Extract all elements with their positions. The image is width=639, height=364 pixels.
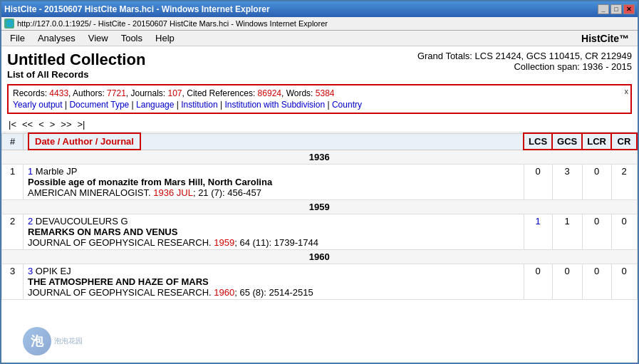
menu-items: File Analyses View Tools Help xyxy=(4,31,180,45)
record-num-1: 1 xyxy=(2,165,24,200)
title-bar: HistCite - 20150607 HistCite Mars.hci - … xyxy=(1,1,638,17)
record-title-2: REMARKS ON MARS AND VENUS xyxy=(28,227,519,237)
record-author-name-3: OPIK EJ xyxy=(36,266,71,276)
col-lcr: LCR xyxy=(582,133,611,150)
records-label: Records: xyxy=(13,88,49,98)
page-last[interactable]: >| xyxy=(76,119,87,130)
journals-label: Journals: xyxy=(130,88,167,98)
menu-help[interactable]: Help xyxy=(150,31,180,45)
menu-analyses[interactable]: Analyses xyxy=(32,31,81,45)
record-journal-1: AMERICAN MINERALOGIST. 1936 JUL; 21 (7):… xyxy=(28,187,519,198)
col-main: Date / Author / Journal xyxy=(24,133,524,150)
maximize-button[interactable]: □ xyxy=(611,4,622,14)
record-num-3: 3 xyxy=(2,264,24,300)
journals-link[interactable]: 107 xyxy=(168,88,182,98)
record-id-link-2[interactable]: 2 xyxy=(28,216,33,227)
col-cr: CR xyxy=(611,133,637,150)
table-row: 3 3 OPIK EJ THE ATMOSPHERE AND HAZE OF M… xyxy=(2,264,638,300)
record-author-3: 3 OPIK EJ xyxy=(28,266,519,276)
menu-view[interactable]: View xyxy=(83,31,114,45)
document-type-link[interactable]: Document Type xyxy=(69,100,129,110)
address-text: http://127.0.0.1:1925/ - HistCite - 2015… xyxy=(17,19,328,28)
window-controls[interactable]: _ □ ✕ xyxy=(598,4,635,14)
collection-span-text: Collection span: 1936 - 2015 xyxy=(417,61,632,72)
info-box: Records: 4433, Authors: 7721, Journals: … xyxy=(7,84,632,114)
table-row: 2 2 DEVAUCOULEURS G REMARKS ON MARS AND … xyxy=(2,214,638,250)
page-header: Untitled Collection List of All Records … xyxy=(1,46,638,81)
cited-label: Cited References: xyxy=(187,88,257,98)
year-row-1936: 1936 xyxy=(2,150,638,165)
institution-subdivision-link[interactable]: Institution with Subdivision xyxy=(224,100,325,110)
pagination: |< << < > >> >| xyxy=(1,117,638,132)
page-prev-far[interactable]: << xyxy=(21,119,34,130)
record-author-name-1: Marble JP xyxy=(36,166,78,177)
record-num-2: 2 xyxy=(2,214,24,250)
yearly-output-link[interactable]: Yearly output xyxy=(13,100,63,110)
col-date-author-journal: Date / Author / Journal xyxy=(28,132,141,150)
institution-link[interactable]: Institution xyxy=(181,100,217,110)
words-link[interactable]: 5384 xyxy=(316,88,335,98)
records-table: # Date / Author / Journal LCS GCS LCR CR… xyxy=(1,132,638,300)
authors-label: Authors: xyxy=(73,88,107,98)
year-row-1959: 1959 xyxy=(2,200,638,214)
col-gcs: GCS xyxy=(552,133,582,150)
record-lcr-1: 0 xyxy=(582,165,611,200)
record-author-name-2: DEVAUCOULEURS G xyxy=(36,216,128,227)
cited-link[interactable]: 86924 xyxy=(258,88,281,98)
record-lcs-3: 0 xyxy=(524,264,552,300)
records-link[interactable]: 4433 xyxy=(49,88,68,98)
info-stats-row: Records: 4433, Authors: 7721, Journals: … xyxy=(13,88,626,98)
page-prev[interactable]: < xyxy=(37,119,46,130)
record-author-2: 2 DEVAUCOULEURS G xyxy=(28,216,519,227)
header-left: Untitled Collection List of All Records xyxy=(7,51,145,80)
menu-tools[interactable]: Tools xyxy=(115,31,148,45)
record-content-3: 3 OPIK EJ THE ATMOSPHERE AND HAZE OF MAR… xyxy=(24,264,524,300)
col-lcs: LCS xyxy=(524,133,552,150)
col-hash: # xyxy=(2,133,24,150)
record-year-ref-2: 1959 xyxy=(214,237,234,248)
record-year-ref-1: 1936 JUL xyxy=(153,187,193,198)
year-label-1936: 1936 xyxy=(2,150,638,165)
menu-bar: File Analyses View Tools Help HistCite™ xyxy=(1,31,638,46)
table-header-row: # Date / Author / Journal LCS GCS LCR CR xyxy=(2,133,638,150)
nav-links: Yearly output | Document Type | Language… xyxy=(13,100,626,110)
browser-icon: 🌐 xyxy=(4,19,14,28)
grand-totals: Grand Totals: LCS 21424, GCS 110415, CR … xyxy=(417,51,632,72)
record-cr-1: 2 xyxy=(611,165,637,200)
record-id-link-1[interactable]: 1 xyxy=(28,166,33,177)
record-title-3: THE ATMOSPHERE AND HAZE OF MARS xyxy=(28,276,519,287)
table-row: 1 1 Marble JP Possible age of monazite f… xyxy=(2,165,638,200)
record-lcs-link-2[interactable]: 1 xyxy=(535,216,540,227)
year-label-1960: 1960 xyxy=(2,250,638,264)
record-gcs-1: 3 xyxy=(552,165,582,200)
year-row-1960: 1960 xyxy=(2,250,638,264)
page-next-far[interactable]: >> xyxy=(59,119,73,130)
page-first[interactable]: |< xyxy=(7,119,18,130)
record-content-1: 1 Marble JP Possible age of monazite fro… xyxy=(24,165,524,200)
record-cr-2: 0 xyxy=(611,214,637,250)
record-id-link-3[interactable]: 3 xyxy=(28,266,33,276)
record-lcs-2: 1 xyxy=(524,214,552,250)
content-area: Untitled Collection List of All Records … xyxy=(1,46,638,363)
grand-totals-text: Grand Totals: LCS 21424, GCS 110415, CR … xyxy=(417,51,632,61)
record-year-ref-3: 1960 xyxy=(214,287,234,298)
country-link[interactable]: Country xyxy=(332,100,362,110)
record-author-1: 1 Marble JP xyxy=(28,166,519,177)
page-next[interactable]: > xyxy=(48,119,57,130)
record-journal-2: JOURNAL OF GEOPHYSICAL RESEARCH. 1959; 6… xyxy=(28,237,519,248)
authors-link[interactable]: 7721 xyxy=(107,88,126,98)
year-label-1959: 1959 xyxy=(2,200,638,214)
info-box-close[interactable]: x xyxy=(625,87,629,95)
table-container: # Date / Author / Journal LCS GCS LCR CR… xyxy=(1,132,638,363)
close-button[interactable]: ✕ xyxy=(623,4,635,14)
address-bar: 🌐 http://127.0.0.1:1925/ - HistCite - 20… xyxy=(1,17,638,31)
record-cr-3: 0 xyxy=(611,264,637,300)
language-link[interactable]: Language xyxy=(136,100,174,110)
menu-file[interactable]: File xyxy=(4,31,31,45)
words-label: Words: xyxy=(286,88,316,98)
record-title-1: Possible age of monazite from Mars Hill,… xyxy=(28,177,519,187)
record-gcs-2: 1 xyxy=(552,214,582,250)
minimize-button[interactable]: _ xyxy=(598,4,609,14)
page-subtitle: List of All Records xyxy=(7,69,145,80)
record-lcr-2: 0 xyxy=(582,214,611,250)
